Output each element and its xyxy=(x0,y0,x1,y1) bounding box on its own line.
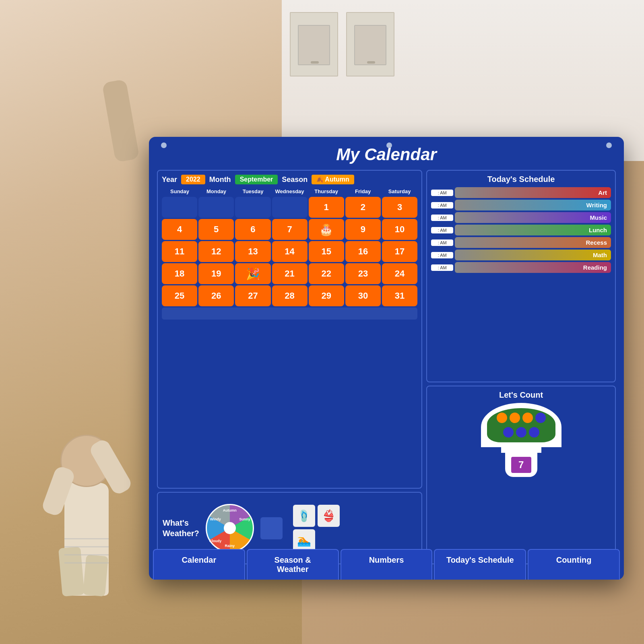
bowl-top xyxy=(481,403,561,447)
schedule-row-art: : AM Art xyxy=(431,187,611,198)
schedule-row-music: : AM Music xyxy=(431,212,611,223)
cal-day-27: 27 xyxy=(235,285,270,306)
day-thu: Thursday xyxy=(308,188,344,195)
board-title: My Calendar xyxy=(157,145,616,164)
party-icon: 🎉 xyxy=(235,263,270,284)
cal-day-26: 26 xyxy=(198,285,234,306)
tab-season-weather[interactable]: Season &Weather xyxy=(247,549,339,580)
weather-blank-box xyxy=(260,517,283,539)
cal-day-16: 16 xyxy=(345,241,381,262)
weather-icons: 🩴 👙 🏊 xyxy=(293,505,340,551)
schedule-row-recess: : AM Recess xyxy=(431,237,611,248)
wheel-label-windy: Windy xyxy=(210,517,221,521)
cal-day-3: 3 xyxy=(382,197,417,218)
cal-day-22: 22 xyxy=(309,263,344,284)
cal-day-28: 28 xyxy=(272,285,308,306)
cal-day-2: 2 xyxy=(345,197,381,218)
activity-reading: Reading xyxy=(455,262,611,273)
cal-day-9: 9 xyxy=(345,219,381,240)
weather-icon-life-ring: 🏊 xyxy=(293,529,315,551)
schedule-row-lunch: : AM Lunch xyxy=(431,225,611,235)
weather-icon-flipflops: 🩴 xyxy=(293,505,315,527)
cal-day-31: 31 xyxy=(382,285,417,306)
day-headers: Sunday Monday Tuesday Wednesday Thursday… xyxy=(162,188,417,195)
activity-music: Music xyxy=(455,212,611,223)
cal-day-party: 🎉 xyxy=(235,263,270,284)
year-value: 2022 xyxy=(181,175,205,184)
cal-day-10: 10 xyxy=(382,219,417,240)
time-recess: : AM xyxy=(431,239,453,246)
dot-6 xyxy=(516,427,526,438)
schedule-section: Today's Schedule : AM Art : AM Writing :… xyxy=(426,170,616,382)
activity-recess: Recess xyxy=(455,237,611,248)
dot-4 xyxy=(535,413,546,423)
weather-wheel: Autumn Windy Sunny Cloudy Rainy xyxy=(206,504,254,552)
wheel-label-autumn: Autumn xyxy=(223,508,237,512)
cabinet-door-left xyxy=(290,12,338,76)
season-value: 🍂 Autumn xyxy=(312,175,354,184)
counter-bowl: 7 xyxy=(431,403,611,477)
day-wed: Wednesday xyxy=(272,188,308,195)
dot-3 xyxy=(522,413,533,423)
tab-counting[interactable]: Counting xyxy=(528,549,620,580)
bolt-right xyxy=(606,142,612,148)
cal-day-19: 19 xyxy=(198,263,234,284)
cal-cell xyxy=(272,197,308,218)
time-writing: : AM xyxy=(431,202,453,208)
cal-day-11: 11 xyxy=(162,241,197,262)
cal-day-birthday: 🎂 xyxy=(309,219,344,240)
bolt-left xyxy=(161,142,167,148)
tab-calendar[interactable]: Calendar xyxy=(153,549,245,580)
calendar-grid: 1 2 3 4 5 6 7 🎂 9 10 11 12 13 xyxy=(162,197,417,306)
cal-day-6: 6 xyxy=(235,219,270,240)
calendar-board: My Calendar Year 2022 Month September Se… xyxy=(149,137,624,580)
year-label: Year xyxy=(162,175,177,184)
cal-day-13: 13 xyxy=(235,241,270,262)
dot-7 xyxy=(529,427,539,438)
calendar-header: Year 2022 Month September Season 🍂 Autum… xyxy=(162,175,417,184)
birthday-icon: 🎂 xyxy=(309,219,344,240)
left-panel: Year 2022 Month September Season 🍂 Autum… xyxy=(157,170,422,564)
weather-icon-swimsuit: 👙 xyxy=(318,505,340,527)
time-math: : AM xyxy=(431,252,453,258)
cal-day-5: 5 xyxy=(198,219,234,240)
schedule-title: Today's Schedule xyxy=(431,175,611,184)
bolt-center xyxy=(386,142,392,148)
activity-writing: Writing xyxy=(455,200,611,211)
time-lunch: : AM xyxy=(431,227,453,233)
cal-day-21: 21 xyxy=(272,263,308,284)
wheel-label-sunny: Sunny xyxy=(239,517,250,521)
calendar-section: Year 2022 Month September Season 🍂 Autum… xyxy=(157,170,422,489)
wheel-center xyxy=(224,522,236,534)
count-number: 7 xyxy=(511,457,531,473)
cal-day-7: 7 xyxy=(272,219,308,240)
day-mon: Monday xyxy=(198,188,234,195)
schedule-row-math: : AM Math xyxy=(431,250,611,260)
cal-day-15: 15 xyxy=(309,241,344,262)
cal-day-29: 29 xyxy=(309,285,344,306)
cal-day-17: 17 xyxy=(382,241,417,262)
cal-day-14: 14 xyxy=(272,241,308,262)
right-panel: Today's Schedule : AM Art : AM Writing :… xyxy=(426,170,616,564)
time-reading: : AM xyxy=(431,264,453,271)
cal-day-4: 4 xyxy=(162,219,197,240)
tab-todays-schedule[interactable]: Today's Schedule xyxy=(434,549,526,580)
activity-lunch: Lunch xyxy=(455,225,611,235)
activity-math: Math xyxy=(455,250,611,260)
dot-2 xyxy=(510,413,520,423)
board-content: Year 2022 Month September Season 🍂 Autum… xyxy=(157,170,616,564)
tab-numbers[interactable]: Numbers xyxy=(341,549,433,580)
day-sat: Saturday xyxy=(382,188,417,195)
wheel-label-cloudy: Cloudy xyxy=(209,539,222,543)
count-section: Let's Count xyxy=(426,386,616,564)
bowl-connector xyxy=(501,447,541,453)
cal-day-24: 24 xyxy=(382,263,417,284)
time-art: : AM xyxy=(431,190,453,196)
weather-label: What'sWeather? xyxy=(163,518,199,539)
dot-5 xyxy=(503,427,514,438)
time-music: : AM xyxy=(431,215,453,221)
month-value: September xyxy=(235,175,278,184)
empty-row-1 xyxy=(162,308,417,320)
wheel-label-rainy: Rainy xyxy=(225,544,235,548)
cal-day-12: 12 xyxy=(198,241,234,262)
